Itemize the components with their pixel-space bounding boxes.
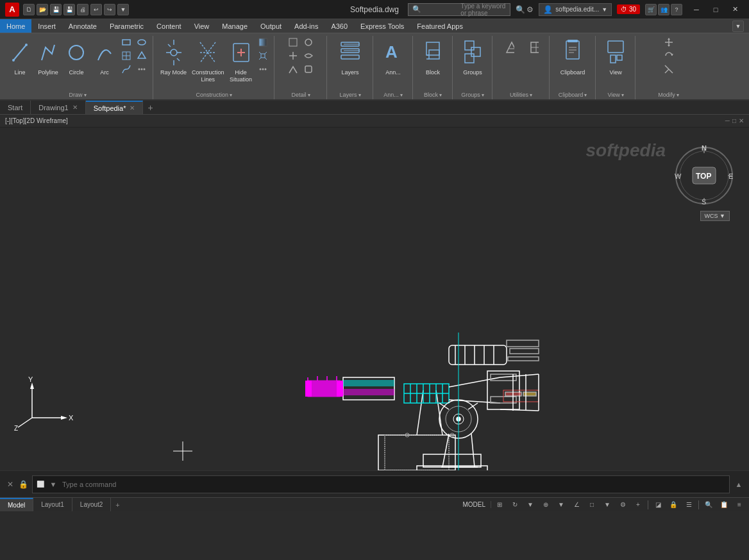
- add-button[interactable]: +: [631, 499, 645, 511]
- command-input[interactable]: [62, 481, 725, 488]
- more-tools-button[interactable]: ▼: [117, 4, 129, 15]
- plot-button[interactable]: 🖨: [77, 4, 88, 15]
- redo-button[interactable]: ↪: [104, 4, 115, 15]
- user-area[interactable]: 👤 softpedia.edit... ▼: [539, 3, 612, 16]
- app-icon[interactable]: A: [5, 3, 19, 17]
- construction-lines-button[interactable]: ConstructionLines: [190, 36, 226, 85]
- snap-toggle[interactable]: □: [585, 499, 599, 511]
- cursor-dropdown[interactable]: ▼: [554, 499, 568, 511]
- groups-group-label[interactable]: Groups ▾: [461, 90, 484, 99]
- open-file-button[interactable]: 📂: [37, 4, 48, 15]
- more-draw-button[interactable]: [135, 63, 149, 76]
- layers-group-label[interactable]: Layers ▾: [340, 90, 361, 99]
- line-button[interactable]: Line: [6, 36, 33, 78]
- view-group-label[interactable]: View ▾: [607, 90, 623, 99]
- annotate-button[interactable]: A Ann...: [380, 36, 407, 78]
- lock-button[interactable]: 🔒: [666, 499, 680, 511]
- menu-a360[interactable]: A360: [324, 19, 354, 33]
- vp-close-btn[interactable]: ✕: [739, 117, 744, 124]
- zoom-in-button[interactable]: 🔍: [702, 499, 716, 511]
- search-box[interactable]: 🔍 Type a keyword or phrase: [408, 3, 510, 16]
- tab-softpedia-close[interactable]: ✕: [130, 104, 135, 111]
- detail-btn1[interactable]: [286, 36, 300, 49]
- tab-model[interactable]: Model: [0, 498, 33, 511]
- detail-btn6[interactable]: [301, 63, 316, 76]
- command-close-button[interactable]: ✕: [4, 478, 17, 491]
- detail-btn4[interactable]: [301, 36, 316, 49]
- snap-button[interactable]: ⊞: [492, 499, 507, 511]
- region-button[interactable]: [135, 49, 149, 62]
- move-button[interactable]: [662, 36, 676, 49]
- account-button[interactable]: 👥: [658, 4, 669, 15]
- rotation-button[interactable]: ↻: [508, 499, 522, 511]
- detail-btn3[interactable]: [286, 63, 300, 76]
- minimize-button[interactable]: ─: [687, 4, 705, 15]
- tab-layout1[interactable]: Layout1: [33, 498, 72, 511]
- add-layout-button[interactable]: +: [111, 498, 124, 511]
- status-model-display[interactable]: MODEL: [457, 501, 491, 508]
- settings-button[interactable]: ⚙: [616, 499, 630, 511]
- menu-home[interactable]: Home: [0, 19, 31, 33]
- hatch-button[interactable]: [119, 49, 133, 62]
- tab-drawing1-close[interactable]: ✕: [72, 104, 78, 111]
- menu-manage[interactable]: Manage: [215, 19, 254, 33]
- menu-addins[interactable]: Add-ins: [288, 19, 324, 33]
- ellipse-button[interactable]: [135, 36, 149, 49]
- canvas-area[interactable]: softpedia: [0, 128, 749, 470]
- angle-button[interactable]: ∠: [569, 499, 584, 511]
- spline-button[interactable]: [119, 63, 133, 76]
- command-expand-button[interactable]: ▲: [732, 478, 745, 491]
- wcs-label[interactable]: WCS ▼: [700, 211, 730, 221]
- gradient-button[interactable]: [256, 36, 270, 49]
- menu-insert[interactable]: Insert: [31, 19, 62, 33]
- rotation-dropdown[interactable]: ▼: [523, 499, 537, 511]
- command-lock-button[interactable]: 🔒: [17, 478, 29, 491]
- menu-view[interactable]: View: [188, 19, 216, 33]
- utility-btn2[interactable]: [522, 36, 545, 59]
- detail-group-label[interactable]: Detail ▾: [292, 90, 310, 99]
- cart-button[interactable]: 🛒: [645, 4, 657, 15]
- annotate-group-label[interactable]: Ann... ▾: [383, 90, 403, 99]
- snap-dropdown[interactable]: ▼: [600, 499, 614, 511]
- modify-group-label[interactable]: Modify ▾: [658, 90, 679, 99]
- layers-button[interactable]: Layers: [337, 36, 364, 78]
- more-menu-button[interactable]: ▼: [732, 21, 744, 32]
- rotate-button[interactable]: [662, 49, 676, 62]
- arc-button[interactable]: Arc: [91, 36, 118, 78]
- compass-widget[interactable]: N S E W TOP: [672, 140, 736, 204]
- customize-button[interactable]: ≡: [732, 499, 746, 511]
- menu-parametric[interactable]: Parametric: [103, 19, 150, 33]
- save-button[interactable]: 💾: [50, 4, 62, 15]
- block-group-label[interactable]: Block ▾: [424, 90, 442, 99]
- tab-drawing1[interactable]: Drawing1 ✕: [31, 101, 85, 114]
- more-constr-button[interactable]: [256, 63, 270, 76]
- menu-annotate[interactable]: Annotate: [62, 19, 103, 33]
- new-tab-button[interactable]: +: [143, 101, 157, 115]
- command-dropdown-button[interactable]: ▼: [47, 478, 60, 491]
- close-button[interactable]: ✕: [726, 4, 744, 15]
- ray-mode-button[interactable]: Ray Mode: [158, 36, 189, 78]
- rectangle-button[interactable]: [119, 36, 133, 49]
- draw-group-label[interactable]: Draw ▾: [69, 90, 86, 99]
- view-button[interactable]: View: [602, 36, 629, 78]
- tab-layout2[interactable]: Layout2: [72, 498, 112, 511]
- clipboard-button[interactable]: Clipboard: [559, 36, 587, 78]
- groups-button[interactable]: Groups: [459, 36, 486, 78]
- circle-button[interactable]: Circle: [63, 36, 90, 78]
- detail-btn5[interactable]: [301, 49, 316, 62]
- block-button[interactable]: Block: [419, 36, 446, 78]
- menu-featured[interactable]: Featured Apps: [410, 19, 469, 33]
- save-as-button[interactable]: 💾: [63, 4, 75, 15]
- menu-express[interactable]: Express Tools: [354, 19, 410, 33]
- utility-btn1[interactable]: [498, 36, 521, 59]
- menu-output[interactable]: Output: [254, 19, 288, 33]
- utilities-group-label[interactable]: Utilities ▾: [510, 90, 532, 99]
- undo-button[interactable]: ↩: [90, 4, 102, 15]
- menu-content[interactable]: Content: [150, 19, 188, 33]
- list-button[interactable]: ☰: [682, 499, 696, 511]
- vp-minimize-btn[interactable]: ─: [725, 117, 730, 124]
- isolate-button[interactable]: ◪: [651, 499, 665, 511]
- detail-btn2[interactable]: [286, 49, 300, 62]
- maximize-button[interactable]: □: [707, 4, 725, 15]
- clipboard-group-label[interactable]: Clipboard ▾: [559, 90, 587, 99]
